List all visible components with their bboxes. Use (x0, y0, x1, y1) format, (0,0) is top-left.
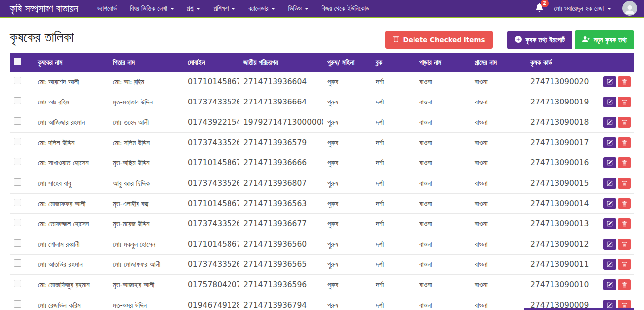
cell-farmer-card: 274713090013 (526, 214, 599, 234)
row-checkbox[interactable] (14, 158, 21, 165)
row-checkbox[interactable] (14, 219, 21, 226)
row-checkbox[interactable] (14, 77, 21, 84)
cell-father-name: মৃত-এলাহীর বক্স (109, 194, 184, 214)
cell-father-name: মৃত-মহাতাব উদ্দিন (109, 92, 184, 112)
cell-father-name: মৃত-ময়েজ উদ্দিন (109, 214, 184, 234)
nav-item-label: ক্যালেন্ডার (248, 4, 268, 13)
delete-button[interactable] (618, 117, 631, 128)
table-row: মোঃ সাহেব বাবু আবু বক্কর ছিদ্দিক 0173743… (10, 173, 634, 194)
user-menu[interactable]: মোঃ ওবায়েদুল হক রেজা (554, 4, 611, 13)
import-farmer-button[interactable]: কৃষক তথ্য ইমপোর্ট (507, 31, 572, 49)
cell-farmer-card: 274713090011 (526, 255, 599, 275)
table-row: মোঃ সাখাওয়াত হোসেন মৃত-অছিম উদ্দিন 0171… (10, 153, 634, 173)
brand-title[interactable]: কৃষি সম্প্রসারণ বাতায়ন (10, 3, 78, 13)
delete-button[interactable] (618, 76, 631, 87)
cell-para-name: বাওনা (415, 275, 471, 295)
edit-button[interactable] (603, 279, 616, 290)
edit-button[interactable] (603, 117, 616, 128)
cell-mobile: 01757804207 (184, 275, 239, 295)
cell-nid: 2714713936807 (239, 173, 323, 194)
chevron-down-icon (170, 8, 174, 10)
nav-item-label: প্রশ্ন (187, 4, 194, 13)
delete-button[interactable] (618, 97, 631, 107)
nav-item-2[interactable]: প্রশ্ন (181, 0, 207, 17)
new-farmer-button[interactable]: নতুন কৃষক তথ্য (575, 30, 634, 49)
delete-button[interactable] (618, 239, 631, 250)
row-checkbox[interactable] (14, 280, 21, 287)
header-father-name: পিতার নাম (109, 53, 184, 72)
cell-farmer-name: মোঃ সাখাওয়াত হোসেন (34, 153, 109, 173)
cell-gender: পুরুষ (323, 275, 372, 295)
header-block: ব্লক (372, 53, 415, 72)
edit-button[interactable] (603, 76, 616, 87)
edit-button[interactable] (603, 218, 616, 229)
delete-button[interactable] (618, 218, 631, 229)
row-checkbox[interactable] (14, 138, 21, 145)
cell-block: দর্শা (372, 153, 415, 173)
row-checkbox[interactable] (14, 239, 21, 247)
row-checkbox[interactable] (14, 178, 21, 186)
cell-farmer-name: মোঃ গোলাম রব্বানী (34, 234, 109, 255)
cell-village-name: বাওনা (471, 275, 526, 295)
cell-farmer-card: 274713090012 (526, 234, 599, 255)
cell-mobile: 01710145867 (184, 153, 239, 173)
avatar[interactable] (622, 1, 637, 16)
cell-farmer-card: 274713090018 (526, 112, 599, 133)
row-checkbox[interactable] (14, 259, 21, 267)
header-farmer-card: কৃষক কার্ড (526, 53, 599, 72)
row-checkbox[interactable] (14, 300, 21, 308)
table-footer-partial (10, 308, 634, 310)
cell-farmer-card: 274713090010 (526, 275, 599, 295)
cell-mobile: 01737433526 (184, 255, 239, 275)
cell-farmer-card: 274713090016 (526, 153, 599, 173)
nav-item-5[interactable]: ভিডিও (281, 0, 315, 17)
delete-checked-button[interactable]: Delete Checked Items (385, 31, 493, 49)
cell-para-name: বাওনা (415, 92, 471, 112)
delete-button[interactable] (618, 178, 631, 189)
cell-farmer-card: 274713090014 (526, 194, 599, 214)
cell-para-name: বাওনা (415, 214, 471, 234)
delete-button[interactable] (618, 279, 631, 290)
edit-button[interactable] (603, 198, 616, 209)
new-farmer-label: নতুন কৃষক তথ্য (594, 36, 627, 44)
cell-gender: পুরুষ (323, 173, 372, 194)
delete-button[interactable] (618, 157, 631, 168)
nav-item-3[interactable]: প্রশিক্ষণ (207, 0, 242, 17)
delete-button[interactable] (618, 137, 631, 148)
nav-item-label: বিষয় ভিত্তিক লেখা (130, 4, 167, 13)
cell-farmer-card: 274713090019 (526, 92, 599, 112)
edit-button[interactable] (603, 137, 616, 148)
cell-father-name: আবু বক্কর ছিদ্দিক (109, 173, 184, 194)
delete-checked-label: Delete Checked Items (403, 36, 485, 44)
nav-item-4[interactable]: ক্যালেন্ডার (242, 0, 281, 17)
select-all-checkbox[interactable] (14, 58, 21, 65)
edit-button[interactable] (603, 239, 616, 250)
edit-button[interactable] (603, 178, 616, 189)
nav-item-6[interactable]: বিজয় থেকে ইউনিকোড (315, 0, 376, 17)
row-checkbox[interactable] (14, 97, 21, 104)
notification-badge: 2 (541, 0, 549, 7)
delete-button[interactable] (618, 259, 631, 270)
row-checkbox[interactable] (14, 117, 21, 125)
cell-mobile: 01710145867 (184, 234, 239, 255)
cell-farmer-card: 274713090017 (526, 133, 599, 153)
footer-light-strip (10, 308, 524, 310)
edit-button[interactable] (603, 259, 616, 270)
page-header: কৃষকের তালিকা Delete Checked Items কৃষক … (10, 24, 634, 53)
cell-father-name: মৃত-আজাহার আলী (109, 275, 184, 295)
edit-button[interactable] (603, 157, 616, 168)
nav-item-0[interactable]: ড্যাশবোর্ড (91, 0, 123, 17)
plus-circle-icon (515, 36, 522, 44)
notifications-button[interactable]: 2 (535, 3, 544, 14)
edit-button[interactable] (603, 97, 616, 107)
delete-button[interactable] (618, 198, 631, 209)
table-row: মোঃ মোস্তাফিজুর রহমান মৃত-আজাহার আলী 017… (10, 275, 634, 295)
user-plus-icon (582, 35, 590, 44)
cell-gender: পুরুষ (323, 234, 372, 255)
table-row: মোঃ তোফাজ্জল হোসেন মৃত-ময়েজ উদ্দিন 0173… (10, 214, 634, 234)
cell-mobile: 01737433526 (184, 133, 239, 153)
footer-purple-strip (524, 308, 634, 310)
row-checkbox[interactable] (14, 199, 21, 206)
cell-gender: পুরুষ (323, 133, 372, 153)
nav-item-1[interactable]: বিষয় ভিত্তিক লেখা (123, 0, 181, 17)
